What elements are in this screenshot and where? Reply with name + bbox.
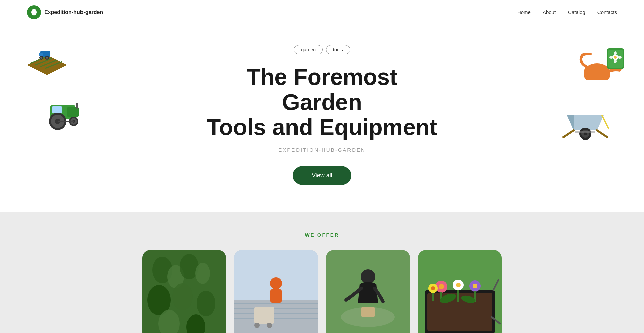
offer-card-2[interactable] <box>234 250 318 333</box>
offer-card-3[interactable] <box>326 250 410 333</box>
svg-point-20 <box>72 120 75 123</box>
svg-rect-11 <box>50 105 75 119</box>
hero-headline: The Foremost Garden Tools and Equipment <box>205 64 439 140</box>
svg-point-36 <box>584 132 587 135</box>
svg-point-22 <box>584 63 610 80</box>
brand-logo[interactable]: Expedition-hub-garden <box>27 5 103 19</box>
nav-links: Home About Catalog Contacts <box>517 9 617 15</box>
nav-link-contacts[interactable]: Contacts <box>597 9 617 15</box>
svg-point-35 <box>581 130 589 138</box>
svg-line-2 <box>35 58 52 65</box>
svg-line-1 <box>30 57 47 63</box>
svg-point-31 <box>618 56 622 59</box>
svg-point-48 <box>197 291 215 316</box>
svg-point-63 <box>361 269 375 284</box>
brand-name: Expedition-hub-garden <box>44 9 103 15</box>
offer-cards <box>27 250 617 333</box>
svg-point-26 <box>613 55 618 60</box>
svg-point-27 <box>614 56 617 59</box>
watering-can-icon <box>574 43 627 88</box>
svg-rect-5 <box>40 51 50 57</box>
hero-headline-line2: Tools and Equipment <box>207 114 437 140</box>
svg-point-8 <box>45 56 49 60</box>
offer-section: WE OFFER <box>0 212 644 333</box>
navbar: Expedition-hub-garden Home About Catalog… <box>0 0 644 25</box>
tag-garden[interactable]: garden <box>294 45 323 54</box>
svg-point-16 <box>51 115 64 128</box>
nav-item-home[interactable]: Home <box>517 9 531 15</box>
tag-tools[interactable]: tools <box>326 45 350 54</box>
offer-label: WE OFFER <box>27 232 617 238</box>
svg-point-73 <box>456 283 461 287</box>
svg-rect-13 <box>52 106 62 113</box>
svg-rect-80 <box>432 293 434 301</box>
svg-rect-12 <box>67 107 79 117</box>
green-tractor-icon <box>34 92 91 133</box>
nav-link-catalog[interactable]: Catalog <box>568 9 585 15</box>
nav-item-contacts[interactable]: Contacts <box>597 9 617 15</box>
svg-rect-23 <box>584 67 610 80</box>
svg-rect-52 <box>234 300 318 333</box>
tractor-farm-icon <box>20 38 74 80</box>
svg-point-29 <box>614 59 617 63</box>
svg-point-7 <box>39 56 43 60</box>
svg-marker-0 <box>27 55 67 75</box>
hero-section: garden tools The Foremost Garden Tools a… <box>0 25 644 212</box>
hero-tags: garden tools <box>294 45 350 54</box>
svg-point-47 <box>172 283 193 310</box>
view-all-button[interactable]: View all <box>293 166 351 185</box>
svg-rect-74 <box>457 290 459 302</box>
svg-point-76 <box>473 284 477 288</box>
svg-rect-58 <box>270 289 282 303</box>
svg-rect-24 <box>607 48 624 69</box>
svg-point-28 <box>614 51 617 55</box>
svg-point-57 <box>270 277 282 289</box>
nav-link-home[interactable]: Home <box>517 9 531 15</box>
svg-line-40 <box>602 115 609 129</box>
svg-point-70 <box>439 284 444 289</box>
svg-point-30 <box>609 56 613 59</box>
svg-rect-14 <box>76 103 78 109</box>
svg-rect-68 <box>427 293 492 331</box>
svg-point-9 <box>40 57 42 59</box>
nav-link-about[interactable]: About <box>543 9 556 15</box>
svg-line-4 <box>45 62 62 68</box>
svg-marker-32 <box>567 115 604 130</box>
nav-item-about[interactable]: About <box>543 9 556 15</box>
logo-circle <box>27 5 41 19</box>
svg-point-79 <box>431 286 435 290</box>
svg-point-10 <box>46 57 48 59</box>
svg-rect-25 <box>608 50 623 68</box>
svg-line-38 <box>597 130 607 137</box>
svg-rect-6 <box>39 53 43 56</box>
hero-headline-line1: The Foremost Garden <box>247 64 397 115</box>
leaf-icon <box>30 8 38 16</box>
svg-point-34 <box>579 128 591 140</box>
svg-point-18 <box>69 117 78 126</box>
svg-marker-33 <box>567 115 574 130</box>
svg-line-37 <box>564 130 574 137</box>
svg-point-19 <box>70 118 77 125</box>
hero-subheadline: EXPEDITION-HUB-GARDEN <box>278 147 366 153</box>
offer-card-1[interactable] <box>142 250 226 333</box>
svg-point-15 <box>49 113 66 130</box>
svg-point-61 <box>267 323 272 328</box>
offer-card-4[interactable] <box>418 250 502 333</box>
wheelbarrow-icon <box>557 102 610 144</box>
svg-point-45 <box>195 263 210 284</box>
svg-rect-59 <box>254 307 274 324</box>
svg-point-17 <box>55 119 60 124</box>
svg-point-60 <box>254 323 260 328</box>
nav-item-catalog[interactable]: Catalog <box>568 9 585 15</box>
svg-line-3 <box>40 60 57 67</box>
svg-rect-65 <box>361 307 375 317</box>
